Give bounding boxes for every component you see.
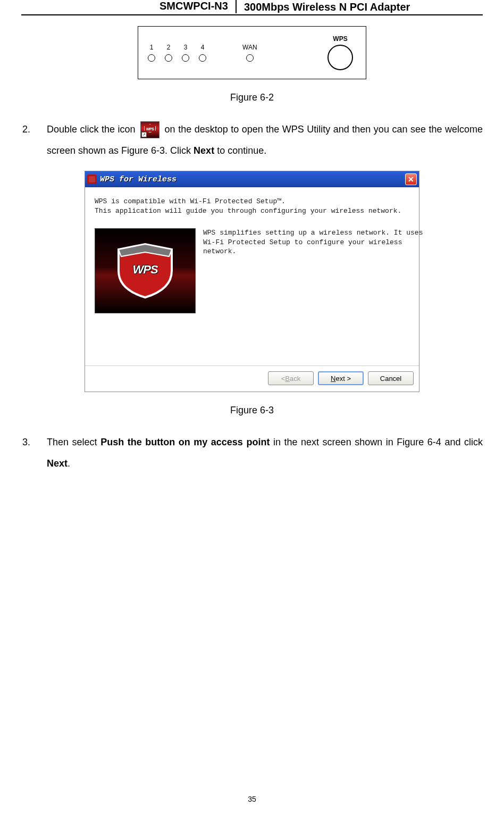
step-2-bold-next: Next [194, 145, 214, 156]
step-2-text-c: to continue. [214, 145, 266, 156]
step-3-text-b: in the next screen shown in Figure 6-4 a… [270, 437, 483, 447]
figure-6-2-caption: Figure 6-2 [21, 92, 483, 103]
back-button-prefix: < [281, 375, 285, 383]
port-3: 3 [182, 44, 189, 62]
step-3-text-a: Then select [47, 437, 100, 447]
dialog-button-row: < Back Next > Cancel [85, 365, 419, 392]
dialog-intro-line2: This application will guide you through … [95, 206, 409, 216]
next-button-suffix: ext > [335, 375, 351, 383]
close-icon: ✕ [408, 175, 414, 184]
port-2: 2 [165, 44, 172, 62]
step-2-text-a: Double click the icon [47, 124, 138, 135]
cancel-button[interactable]: Cancel [368, 371, 414, 385]
port-wan: WAN [242, 44, 257, 62]
wps-hardware-button-icon [327, 45, 353, 70]
close-button[interactable]: ✕ [405, 173, 417, 185]
dialog-title: WPS for Wireless [100, 175, 405, 184]
figure-6-3-caption: Figure 6-3 [21, 405, 483, 416]
shortcut-arrow-icon: ↗ [141, 132, 147, 137]
wps-desktop-icon: WPS ↗ [140, 121, 159, 138]
port-3-label: 3 [184, 44, 188, 51]
wps-button-group: WPS [327, 35, 353, 70]
port-1-label: 1 [150, 44, 154, 51]
back-button-underline: B [285, 375, 290, 383]
cancel-button-label: Cancel [380, 375, 401, 383]
led-icon [199, 54, 206, 62]
back-button-suffix: ack [290, 375, 300, 383]
port-wan-label: WAN [242, 44, 257, 51]
shield-text: WPS [113, 263, 177, 277]
led-icon [165, 54, 172, 62]
app-icon [87, 174, 97, 184]
step-3: 3. Then select Push the button on my acc… [32, 432, 483, 474]
port-4: 4 [199, 44, 206, 62]
step-3-number: 3. [22, 432, 30, 453]
led-icon [148, 54, 155, 62]
wps-shield-graphic: WPS [95, 228, 196, 313]
header-model: SMCWPCI-N3 [159, 0, 228, 13]
page-header: SMCWPCI-N3 300Mbps Wireless N PCI Adapte… [21, 0, 483, 15]
next-button-underline: N [331, 375, 335, 383]
step-2-number: 2. [22, 119, 30, 140]
port-2-label: 2 [167, 44, 171, 51]
header-divider [236, 0, 237, 13]
led-icon [182, 54, 189, 62]
port-4-label: 4 [201, 44, 205, 51]
figure-wps-dialog: WPS for Wireless ✕ WPS is compatible wit… [85, 171, 419, 392]
step-2: 2. Double click the icon WPS ↗ on the de… [32, 119, 483, 161]
wps-label: WPS [333, 35, 347, 43]
step-3-text-c: . [68, 458, 70, 469]
port-1: 1 [148, 44, 155, 62]
dialog-body-line3: network. [203, 247, 423, 256]
dialog-intro-line1: WPS is compatible with Wi-Fi Protected S… [95, 197, 409, 206]
step-3-bold-push: Push the button on my access point [100, 437, 270, 447]
led-icon [246, 54, 254, 62]
dialog-body-line1: WPS simplifies setting up a wireless net… [203, 228, 423, 238]
step-3-bold-next: Next [47, 458, 68, 469]
next-button[interactable]: Next > [318, 371, 364, 385]
back-button[interactable]: < Back [268, 371, 314, 385]
dialog-body-line2: Wi-Fi Protected Setup to configure your … [203, 238, 423, 247]
header-product: 300Mbps Wireless N PCI Adapter [244, 1, 410, 13]
dialog-content-text: WPS simplifies setting up a wireless net… [203, 228, 423, 313]
figure-router-panel: 1 2 3 4 WAN WPS [138, 26, 366, 79]
dialog-body: WPS is compatible with Wi-Fi Protected S… [85, 187, 419, 365]
page-number: 35 [0, 795, 504, 803]
dialog-titlebar: WPS for Wireless ✕ [85, 171, 419, 187]
